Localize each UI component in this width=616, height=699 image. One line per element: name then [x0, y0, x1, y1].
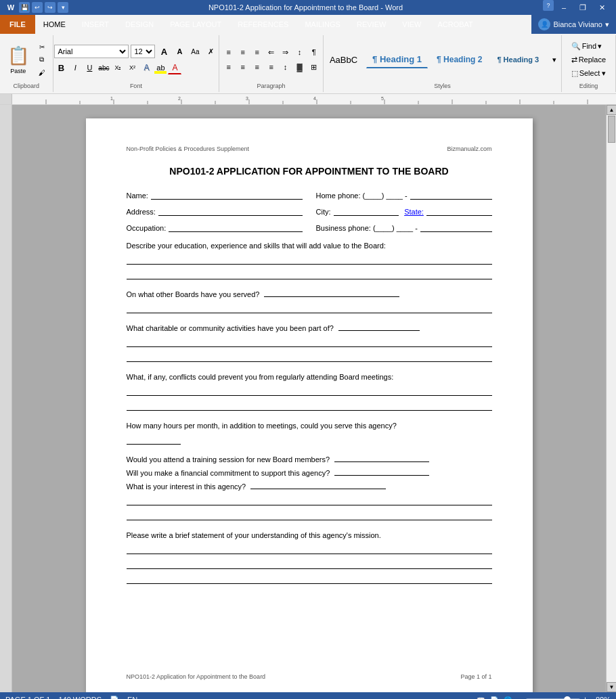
numbering-button[interactable]: ≡	[236, 45, 250, 59]
document-area[interactable]: Non-Profit Policies & Procedures Supplem…	[12, 105, 606, 692]
scroll-track[interactable]	[607, 115, 616, 682]
tab-design[interactable]: DESIGN	[117, 15, 162, 34]
text-effect-button[interactable]: A	[139, 61, 153, 74]
vertical-scrollbar[interactable]: ▲ ▼	[606, 105, 616, 692]
city-label: City:	[316, 208, 331, 216]
decrease-indent-button[interactable]: ⇐	[265, 45, 278, 59]
styles-more-button[interactable]: ▾	[548, 53, 561, 66]
superscript-button[interactable]: X²	[125, 61, 139, 74]
read-view-icon[interactable]: 📖	[475, 694, 486, 699]
italic-button[interactable]: I	[68, 61, 82, 74]
shading-button[interactable]: ▓	[293, 60, 307, 74]
section-q3: What charitable or community activities …	[127, 324, 492, 362]
print-view-icon[interactable]: 📄	[489, 694, 500, 699]
close-button[interactable]: ✕	[593, 0, 611, 15]
sort-button[interactable]: ↕	[293, 45, 307, 59]
form-row-occupation: Occupation: Business phone: (____) ____ …	[127, 223, 492, 232]
header-left: Non-Profit Policies & Procedures Supplem…	[127, 145, 250, 152]
tab-page-layout[interactable]: PAGE LAYOUT	[162, 15, 229, 34]
style-normal[interactable]: AaBbC	[324, 51, 364, 68]
highlight-button[interactable]: ab	[154, 61, 167, 74]
restore-button[interactable]: ❐	[574, 0, 592, 15]
paste-label: Paste	[10, 68, 26, 74]
copy-button[interactable]: ⧉	[35, 53, 49, 66]
tab-home[interactable]: HOME	[35, 15, 74, 34]
user-area[interactable]: 👤 Bianca Viviano ▾	[531, 15, 616, 34]
save-icon[interactable]: 💾	[19, 2, 30, 13]
user-name: Bianca Viviano	[553, 20, 602, 28]
change-case-button[interactable]: Aa	[188, 45, 202, 58]
undo-icon[interactable]: ↩	[32, 2, 43, 13]
customize-qat-icon[interactable]: ▾	[58, 2, 68, 13]
help-icon[interactable]: ?	[543, 0, 554, 11]
borders-button[interactable]: ⊞	[307, 60, 321, 74]
scroll-up-button[interactable]: ▲	[607, 105, 616, 115]
cut-button[interactable]: ✂	[35, 41, 49, 53]
section-q9: Please write a brief statement of your u…	[127, 531, 492, 584]
clipboard-group: 📋 Paste ✂ ⧉ 🖌 Clipboard	[0, 35, 53, 92]
align-left-button[interactable]: ≡	[222, 60, 236, 74]
tab-mailings[interactable]: MAILINGS	[296, 15, 349, 34]
tab-file[interactable]: FILE	[0, 15, 35, 34]
find-button[interactable]: 🔍 Find ▾	[568, 41, 610, 52]
page-header: Non-Profit Policies & Procedures Supplem…	[127, 145, 492, 152]
justify-button[interactable]: ≡	[265, 60, 278, 74]
q2-inline-line	[264, 296, 399, 297]
redo-icon[interactable]: ↪	[45, 2, 56, 13]
scroll-thumb[interactable]	[608, 116, 615, 143]
show-paragraph-button[interactable]: ¶	[307, 45, 321, 59]
footer-right: Page 1 of 1	[460, 673, 491, 680]
svg-text:3: 3	[246, 96, 248, 101]
zoom-thumb[interactable]	[564, 696, 571, 699]
underline-button[interactable]: U	[83, 61, 96, 74]
tab-references[interactable]: REFERENCES	[229, 15, 296, 34]
style-heading2[interactable]: ¶ Heading 2	[431, 51, 488, 68]
q7-text: Will you make a financial commitment to …	[127, 469, 492, 477]
increase-font-size-button[interactable]: A	[157, 45, 171, 58]
ruler-svg: 1 2 3 4 5	[12, 94, 616, 104]
font-size-select[interactable]: 12	[131, 45, 155, 58]
find-icon: 🔍	[571, 42, 581, 51]
svg-text:2: 2	[178, 96, 181, 101]
format-painter-button[interactable]: 🖌	[35, 66, 49, 78]
decrease-font-size-button[interactable]: A	[173, 45, 186, 58]
language-icon[interactable]: EN	[127, 696, 137, 699]
select-button[interactable]: ⬚ Select ▾	[568, 68, 610, 79]
section-q1: Describe your education, experience and …	[127, 242, 492, 279]
user-dropdown-icon[interactable]: ▾	[605, 20, 609, 29]
strikethrough-button[interactable]: abc	[97, 61, 110, 74]
line-spacing-button[interactable]: ↕	[279, 60, 292, 74]
form-row-name: Name: Home phone: (____) ____ -	[127, 190, 492, 200]
center-button[interactable]: ≡	[236, 60, 250, 74]
section-q8: What is your interest in this agency?	[127, 482, 492, 520]
section-q7: Will you make a financial commitment to …	[127, 469, 492, 477]
tab-insert[interactable]: INSERT	[74, 15, 117, 34]
style-heading3[interactable]: ¶ Heading 3	[491, 52, 545, 67]
city-state-field: City: State:	[316, 206, 492, 216]
tab-view[interactable]: VIEW	[394, 15, 429, 34]
document-check-icon[interactable]: 📄	[110, 696, 119, 700]
increase-indent-button[interactable]: ⇒	[279, 45, 292, 59]
minimize-button[interactable]: –	[555, 0, 573, 15]
subscript-button[interactable]: X₂	[111, 61, 125, 74]
zoom-out-icon[interactable]: –	[519, 695, 523, 699]
clear-formatting-button[interactable]: ✗	[204, 45, 217, 58]
word-app-icon[interactable]: W	[5, 2, 16, 13]
tab-review[interactable]: REVIEW	[349, 15, 394, 34]
q6-text: Would you attend a training session for …	[127, 455, 492, 464]
style-heading1[interactable]: ¶ Heading 1	[366, 51, 428, 68]
svg-text:5: 5	[381, 96, 384, 101]
align-right-button[interactable]: ≡	[250, 60, 264, 74]
font-name-select[interactable]: Arial	[54, 45, 129, 58]
bold-button[interactable]: B	[54, 61, 68, 74]
web-view-icon[interactable]: 🌐	[502, 694, 513, 699]
scroll-down-button[interactable]: ▼	[607, 682, 616, 692]
font-color-button[interactable]: A	[168, 61, 181, 74]
multilevel-button[interactable]: ≡	[250, 45, 264, 59]
paste-button[interactable]: 📋 Paste	[3, 40, 33, 79]
tab-acrobat[interactable]: ACROBAT	[429, 15, 481, 34]
bullets-button[interactable]: ≡	[222, 45, 236, 59]
replace-button[interactable]: ⇄ Replace	[568, 54, 610, 66]
zoom-in-icon[interactable]: +	[583, 695, 588, 699]
zoom-level[interactable]: 80%	[590, 696, 611, 699]
